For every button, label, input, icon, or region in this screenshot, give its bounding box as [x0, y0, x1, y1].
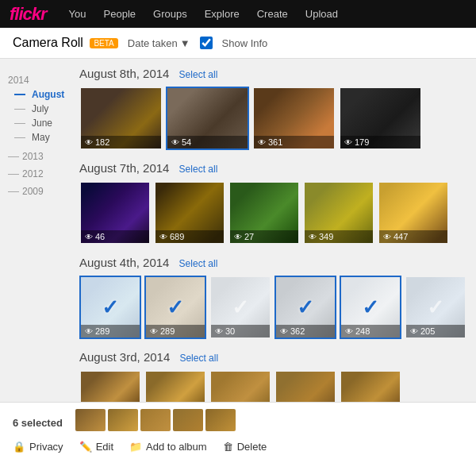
eye-icon: 👁 — [85, 327, 93, 336]
eye-icon: 👁 — [150, 327, 158, 336]
privacy-label: Privacy — [29, 441, 63, 453]
delete-icon: 🗑 — [223, 441, 233, 453]
action-row: 🔒 Privacy ✏️ Edit 📁 Add to album 🗑 Delet… — [13, 441, 463, 453]
photo-thumb[interactable]: 👁46 — [79, 181, 151, 245]
check-icon: ✓ — [167, 295, 184, 320]
nav-groups[interactable]: Groups — [145, 0, 195, 28]
year-2012-label[interactable]: 2012 — [22, 168, 44, 179]
mini-thumb — [140, 409, 171, 431]
photo-thumb[interactable]: 👁447 — [378, 181, 449, 245]
eye-icon: 👁 — [85, 233, 93, 241]
chevron-down-icon: ▼ — [180, 37, 190, 49]
edit-icon: ✏️ — [79, 441, 92, 453]
main-area: 2014 August July June May 2013 — [0, 59, 476, 459]
edit-action[interactable]: ✏️ Edit — [79, 441, 113, 453]
sidebar-year-2014: 2014 August July June May — [8, 75, 63, 145]
edit-label: Edit — [96, 441, 113, 453]
photo-thumb[interactable]: 👁289 ✓ — [79, 276, 141, 339]
eye-icon: 👁 — [383, 233, 391, 241]
check-icon-dim: ✓ — [427, 295, 444, 320]
view-count: 54 — [182, 137, 191, 147]
nav-explore[interactable]: Explore — [197, 0, 248, 28]
date-heading-aug7: August 7th, 2014 Select all — [79, 161, 468, 175]
photo-thumb[interactable]: 👁289 ✓ — [144, 276, 206, 339]
check-icon-dim: ✓ — [232, 295, 249, 320]
nav-people[interactable]: People — [96, 0, 144, 28]
view-count: 248 — [355, 326, 370, 336]
photo-thumb[interactable]: 👁362 ✓ — [274, 276, 336, 339]
check-icon: ✓ — [102, 295, 119, 320]
photo-thumb[interactable]: 👁179 — [339, 87, 422, 150]
nav-you[interactable]: You — [61, 0, 94, 28]
beta-badge: BETA — [90, 38, 117, 48]
eye-icon: 👁 — [159, 233, 167, 241]
dash-icon — [8, 191, 19, 192]
eye-icon: 👁 — [85, 138, 93, 147]
selected-count: 6 selected — [13, 417, 63, 429]
date-label-aug3: August 3rd, 2014 — [79, 350, 170, 364]
photo-row-aug4: 👁289 ✓ 👁289 ✓ 👁30 ✓ 👁362 ✓ — [79, 276, 468, 339]
photo-thumb[interactable]: 👁54 — [166, 87, 249, 150]
nav-upload[interactable]: Upload — [298, 0, 346, 28]
photo-thumb[interactable]: 👁361 — [252, 87, 336, 150]
photo-thumb[interactable]: 👁30 ✓ — [209, 276, 271, 339]
year-label-2013: 2013 — [8, 151, 63, 162]
photo-thumb[interactable]: 👁27 — [228, 181, 300, 245]
photo-thumb[interactable]: 👁182 — [79, 87, 163, 150]
view-count: 27 — [244, 232, 254, 241]
month-label-may: May — [32, 132, 50, 143]
add-to-album-label: Add to album — [146, 441, 207, 453]
select-all-aug7[interactable]: Select all — [179, 164, 218, 175]
eye-icon: 👁 — [171, 138, 179, 147]
privacy-action[interactable]: 🔒 Privacy — [13, 441, 63, 453]
dash-icon — [14, 109, 25, 110]
view-count: 447 — [393, 232, 408, 241]
date-taken-label: Date taken — [128, 37, 178, 49]
eye-icon: 👁 — [345, 327, 353, 336]
check-icon: ✓ — [362, 295, 379, 320]
year-2013-label[interactable]: 2013 — [22, 151, 44, 162]
mini-thumb — [108, 409, 138, 431]
sidebar-month-june[interactable]: June — [8, 116, 63, 130]
date-label-aug7: August 7th, 2014 — [79, 161, 169, 175]
sidebar-month-may[interactable]: May — [8, 130, 63, 145]
nav-create[interactable]: Create — [249, 0, 296, 28]
view-count: 361 — [268, 137, 282, 147]
eye-icon: 👁 — [410, 327, 418, 336]
date-label-aug4: August 4th, 2014 — [79, 256, 169, 269]
nav-links: You People Groups Explore Create Upload — [61, 0, 346, 28]
month-label-august: August — [32, 89, 64, 100]
sidebar: 2014 August July June May 2013 — [0, 59, 71, 459]
select-all-aug3[interactable]: Select all — [179, 353, 218, 364]
photo-thumb[interactable]: 👁248 ✓ — [340, 276, 401, 339]
photo-content: August 8th, 2014 Select all 👁182 👁54 👁36… — [71, 59, 476, 459]
mini-thumb-row: 6 selected — [13, 409, 463, 436]
select-all-aug4[interactable]: Select all — [179, 258, 218, 269]
year-label-2014: 2014 — [8, 75, 63, 86]
delete-action[interactable]: 🗑 Delete — [223, 441, 267, 453]
show-info-checkbox[interactable] — [200, 37, 213, 49]
sidebar-year-2013: 2013 — [8, 151, 63, 162]
active-bar — [14, 94, 25, 95]
date-heading-aug3: August 3rd, 2014 Select all — [79, 350, 468, 364]
sidebar-month-august[interactable]: August — [8, 87, 63, 102]
date-heading-aug8: August 8th, 2014 Select all — [79, 67, 468, 80]
photo-thumb[interactable]: 👁205 ✓ — [405, 276, 466, 339]
mini-thumb — [75, 409, 106, 431]
sidebar-month-july[interactable]: July — [8, 102, 63, 116]
eye-icon: 👁 — [309, 233, 317, 241]
view-count: 289 — [95, 326, 109, 336]
nav-bar: flickr You People Groups Explore Create … — [0, 0, 476, 28]
sidebar-year-2009: 2009 — [8, 186, 63, 197]
view-count: 182 — [95, 137, 109, 147]
add-to-album-action[interactable]: 📁 Add to album — [129, 441, 207, 453]
bottom-bar: 6 selected 🔒 Privacy ✏️ Edit 📁 Add to al… — [0, 402, 476, 459]
photo-thumb[interactable]: 👁349 — [303, 181, 374, 245]
view-count: 30 — [225, 326, 235, 336]
date-taken-dropdown[interactable]: Date taken ▼ — [128, 37, 190, 49]
select-all-aug8[interactable]: Select all — [179, 69, 218, 80]
dash-icon — [8, 156, 19, 157]
year-2009-label[interactable]: 2009 — [22, 186, 44, 197]
date-group-aug4: August 4th, 2014 Select all 👁289 ✓ 👁289 … — [79, 256, 468, 339]
photo-thumb[interactable]: 👁689 — [154, 181, 225, 245]
